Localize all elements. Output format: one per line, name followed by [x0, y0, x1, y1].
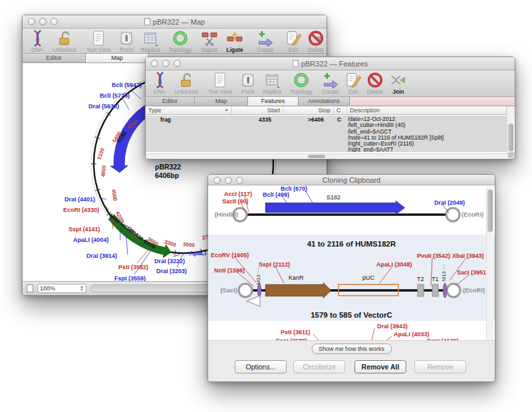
restriction-site-label[interactable]: DraI (3203): [156, 268, 187, 274]
toolbar-item-unlocked[interactable]: Unlocked: [170, 72, 203, 95]
restriction-site-label[interactable]: BclI (5776): [100, 92, 130, 99]
replica-icon: [262, 72, 282, 88]
feature-label-m13: M13 ⋯: [441, 259, 447, 282]
toolbar-item-label: Join: [392, 88, 404, 95]
toolbar-item-unlocked[interactable]: Unlocked: [48, 30, 81, 53]
remove-button[interactable]: Remove: [414, 360, 466, 373]
restriction-site-label[interactable]: EcoRV (1605): [211, 252, 249, 258]
options--button[interactable]: Options...: [235, 360, 287, 373]
zoom-button[interactable]: [236, 177, 243, 184]
restriction-site-label[interactable]: ApaLI (3048): [376, 261, 412, 268]
remove-all-button[interactable]: Remove All: [354, 360, 406, 373]
vertical-scrollbar[interactable]: [486, 187, 493, 340]
toolbar-item-topology[interactable]: Topology: [164, 30, 197, 53]
toolbar-item-create[interactable]: Create: [247, 30, 283, 53]
toolbar-item-prefs[interactable]: Prefs: [237, 72, 259, 95]
horizontal-scrollbar[interactable]: [146, 154, 515, 159]
dna-icon: [27, 30, 47, 47]
restriction-site-label[interactable]: PstI (3582): [118, 264, 148, 270]
restriction-site-label[interactable]: DraI (3222): [154, 258, 185, 264]
tab-map[interactable]: Map: [86, 54, 149, 62]
toolbar-item-ligate[interactable]: Ligate: [222, 30, 247, 53]
toolbar-item-create[interactable]: Create: [317, 72, 344, 95]
minimize-button[interactable]: [162, 60, 170, 67]
minimize-button[interactable]: [225, 177, 232, 184]
toolbar-item-dna[interactable]: DNA: [27, 30, 48, 53]
restriction-site-label[interactable]: DraI (3914): [86, 253, 117, 259]
restriction-site-label[interactable]: BclI (5947): [112, 82, 142, 88]
toolbar-item-join[interactable]: Join: [388, 72, 409, 95]
column-header-type[interactable]: Type ▲: [146, 106, 232, 114]
zoom-select[interactable]: 100% ▲▼: [37, 284, 86, 293]
restriction-site-label[interactable]: EcoRI (4330): [63, 207, 99, 213]
restriction-site-label[interactable]: SspI (4141): [68, 226, 100, 233]
column-header-start[interactable]: Start: [232, 106, 283, 114]
scrollbar-thumb[interactable]: [487, 189, 493, 232]
resize-grip[interactable]: [508, 152, 514, 158]
toolbar-item-delete[interactable]: Delete: [362, 72, 388, 95]
minimize-button[interactable]: [39, 18, 47, 25]
zoom-button[interactable]: [51, 18, 58, 25]
restriction-site-label[interactable]: DraI (5638): [88, 103, 119, 110]
toolbar-item-label: DNA: [31, 47, 43, 53]
restriction-site-label[interactable]: DraI (3943): [377, 323, 408, 330]
column-header-c[interactable]: C: [334, 106, 347, 114]
vertical-scrollbar[interactable]: [507, 106, 514, 155]
toolbar-overflow-button[interactable]: »: [317, 33, 321, 43]
toolbar-item-label: Prefs: [241, 88, 255, 95]
restriction-site-label[interactable]: ApaLI (: [190, 250, 210, 257]
restriction-site-label[interactable]: BclI (499): [263, 191, 289, 198]
toolbar-item-label: Text View: [86, 47, 110, 53]
close-button[interactable]: [151, 60, 158, 67]
textview-icon: [210, 72, 230, 88]
restriction-site-label[interactable]: BclI (670): [281, 185, 307, 192]
tab-annotations[interactable]: Annotations: [299, 97, 350, 106]
titlebar-clipboard[interactable]: Cloning Clipboard: [208, 175, 495, 185]
toolbar-item-dna[interactable]: DNA: [150, 72, 170, 95]
column-header-stop[interactable]: Stop: [283, 106, 334, 114]
tab-editor[interactable]: Editor: [146, 97, 195, 106]
toolbar-item-digest[interactable]: Digest: [197, 30, 222, 53]
toolbar-item-topology[interactable]: Topology: [285, 72, 317, 95]
scrollbar-thumb[interactable]: [508, 124, 513, 152]
textview-icon: [88, 30, 108, 47]
traffic-lights: [28, 18, 58, 25]
toolbar-item-replica[interactable]: Replica: [259, 72, 285, 95]
circularize-button[interactable]: Circularize: [293, 360, 345, 373]
restriction-site-label[interactable]: PvuII (3542): [417, 253, 450, 259]
window-title: pBR322 — Features: [301, 60, 368, 68]
fragment-end-label: (HindIII): [209, 211, 238, 218]
restriction-site-label[interactable]: XbaI (3943): [452, 253, 484, 259]
column-header-description[interactable]: Description: [347, 106, 507, 114]
close-button[interactable]: [213, 177, 221, 184]
help-button[interactable]: Show me how this works: [311, 344, 392, 354]
restriction-site-label[interactable]: ApaLI (4004): [73, 237, 109, 243]
toolbar-item-label: Delete: [367, 88, 384, 95]
toolbar-item-text-view[interactable]: Text View: [81, 30, 116, 53]
toolbar-item-text-view[interactable]: Text View: [203, 72, 237, 95]
toolbar-item-edit[interactable]: Edit: [344, 72, 362, 95]
restriction-site-label[interactable]: SacII (90): [222, 198, 249, 205]
cell-description: /date=12-Oct-2012/left_cutter=HindIII (4…: [348, 116, 444, 154]
scrollbar-thumb[interactable]: [308, 155, 325, 158]
toolbar-item-replica[interactable]: Replica: [137, 30, 164, 53]
window-cloning-clipboard: Cloning Clipboard (HindIII)(EcoRI)SacII …: [207, 174, 495, 382]
tab-editor[interactable]: Editor: [23, 54, 86, 62]
restriction-site-label[interactable]: PstI (3611): [281, 329, 311, 336]
close-button[interactable]: [28, 18, 35, 25]
toolbar-item-edit[interactable]: Edit: [283, 30, 303, 53]
table-row[interactable]: frag4335>6406C/date=12-Oct-2012/left_cut…: [146, 116, 507, 152]
zoom-button[interactable]: [174, 60, 181, 67]
tab-features[interactable]: Features: [248, 97, 299, 106]
restriction-site-label[interactable]: ApaLI (4033): [394, 331, 430, 338]
toolbar-item-prefs[interactable]: Prefs: [116, 30, 137, 53]
restriction-site-label[interactable]: SacI (3951): [457, 269, 488, 276]
restriction-site-label[interactable]: AccI (117): [224, 191, 252, 197]
tab-map[interactable]: Map: [195, 97, 248, 106]
restriction-site-label[interactable]: DraI (4401): [65, 196, 95, 203]
restriction-site-label[interactable]: DraI (2049): [434, 199, 465, 206]
titlebar-map[interactable]: pBR322 — Map: [23, 15, 327, 29]
restriction-site-label[interactable]: SspI (2112): [259, 261, 290, 268]
titlebar-features[interactable]: pBR322 — Features: [146, 57, 515, 70]
restriction-site-label[interactable]: NotI (1596): [214, 267, 245, 274]
